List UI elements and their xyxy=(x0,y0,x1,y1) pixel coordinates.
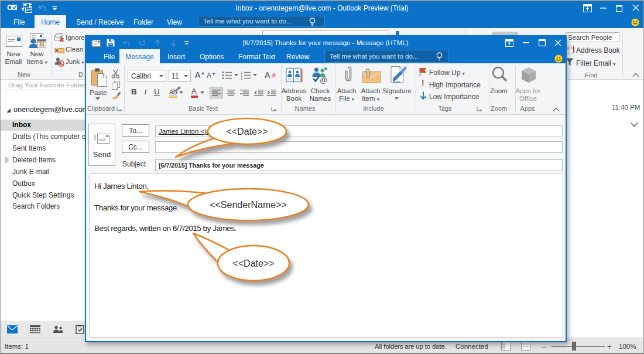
svg-text:@: @ xyxy=(320,76,327,84)
svg-text:3: 3 xyxy=(241,77,242,80)
